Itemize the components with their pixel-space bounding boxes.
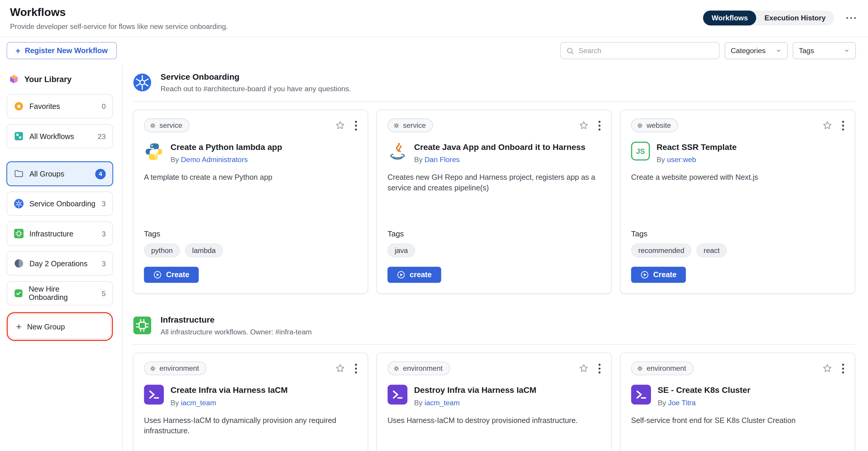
gear-icon — [149, 122, 156, 129]
owner-link[interactable]: iacm_team — [181, 398, 216, 407]
kebab-menu-icon[interactable] — [355, 121, 357, 130]
card-title: React SSR Template — [657, 142, 737, 153]
workflow-card-java-app: service Create Java App and Onboard it t… — [376, 109, 612, 294]
sidebar-item-service-onboarding[interactable]: Service Onboarding 3 — [7, 192, 113, 216]
owner-link[interactable]: Joe Titra — [668, 398, 695, 407]
by-label: By — [414, 155, 423, 163]
kebab-menu-icon[interactable] — [355, 363, 357, 374]
kubernetes-icon — [133, 73, 152, 92]
create-button[interactable]: create — [388, 267, 441, 283]
chevron-down-icon — [776, 47, 782, 54]
search-box — [560, 42, 720, 59]
iacm-logo-icon — [388, 385, 408, 405]
tags-dropdown[interactable]: Tags — [793, 42, 856, 59]
search-input[interactable] — [578, 46, 714, 55]
kebab-menu-icon[interactable] — [598, 121, 601, 130]
kebab-menu-icon[interactable] — [598, 363, 601, 374]
kebab-menu-icon[interactable] — [842, 121, 844, 130]
card-byline: By iacm_team — [170, 398, 288, 407]
sidebar-item-all-groups[interactable]: All Groups 4 — [7, 162, 113, 186]
favorite-star-icon[interactable] — [335, 363, 345, 374]
item-count: 5 — [102, 289, 106, 297]
categories-dropdown[interactable]: Categories — [724, 42, 788, 59]
card-description: Self-service front end for SE K8s Cluste… — [631, 415, 844, 426]
favorite-star-icon[interactable] — [578, 363, 589, 374]
item-count: 0 — [102, 102, 106, 110]
main-content: Service Onboarding Reach out to #archite… — [123, 64, 868, 451]
sidebar-item-label: All Workflows — [29, 132, 74, 140]
owner-link[interactable]: Dan Flores — [425, 155, 460, 163]
card-title: Create a Python lambda app — [170, 142, 282, 153]
category-chip: environment — [144, 361, 206, 375]
kebab-menu-icon[interactable] — [842, 363, 844, 374]
item-count-badge: 4 — [95, 168, 106, 179]
category-chip: service — [388, 118, 433, 132]
chip-label: environment — [159, 364, 199, 373]
card-title: Create Java App and Onboard it to Harnes… — [414, 142, 585, 153]
favorite-star-icon[interactable] — [578, 120, 589, 131]
play-icon — [153, 271, 161, 279]
sidebar: Your Library Favorites 0 All Workflows 2… — [0, 64, 123, 451]
sidebar-item-infrastructure[interactable]: Infrastructure 3 — [7, 221, 113, 246]
chip-label: environment — [647, 364, 686, 373]
tag-chip: lambda — [185, 244, 223, 257]
library-cube-icon — [9, 74, 19, 84]
more-options-icon[interactable] — [845, 13, 857, 22]
categories-label: Categories — [731, 46, 766, 55]
tags-row: java — [388, 244, 601, 257]
chip-label: service — [159, 121, 182, 130]
favorite-star-icon[interactable] — [822, 120, 833, 131]
owner-link[interactable]: Demo Administrators — [181, 155, 248, 163]
new-group-highlight-ring: + New Group — [7, 312, 113, 341]
workflow-card-destroy-infra-iacm: environment Destroy Infra via Harness Ia… — [376, 352, 612, 451]
favorite-star-icon[interactable] — [335, 120, 345, 131]
section-titles: Service Onboarding Reach out to #archite… — [161, 72, 351, 93]
sidebar-item-all-workflows[interactable]: All Workflows 23 — [7, 124, 113, 149]
sidebar-item-new-hire-onboarding[interactable]: New Hire Onboarding 5 — [7, 281, 113, 306]
new-group-button[interactable]: + New Group — [9, 314, 111, 339]
create-button[interactable]: Create — [144, 267, 199, 283]
day2-operations-icon — [14, 259, 24, 268]
category-chip: service — [144, 118, 190, 132]
page-subtitle: Provide developer self-service for flows… — [10, 22, 228, 30]
section-title: Service Onboarding — [161, 72, 351, 82]
tab-execution-history[interactable]: Execution History — [756, 11, 834, 26]
card-title: Create Infra via Harness IaCM — [170, 385, 288, 395]
category-chip: website — [631, 118, 678, 132]
tags-label: Tags — [388, 220, 601, 238]
section-title: Infrastructure — [161, 315, 312, 324]
infrastructure-icon — [133, 316, 152, 335]
card-byline: By Dan Flores — [414, 155, 585, 163]
gear-icon — [393, 122, 400, 129]
register-new-workflow-button[interactable]: + Register New Workflow — [7, 42, 117, 59]
app-header: Workflows Provide developer self-service… — [0, 0, 868, 37]
card-byline: By Joe Titra — [658, 398, 750, 407]
item-count: 3 — [102, 259, 106, 267]
sidebar-item-favorites[interactable]: Favorites 0 — [7, 94, 113, 119]
card-byline: By iacm_team — [414, 398, 536, 407]
header-right: Workflows Execution History — [703, 11, 857, 26]
cards-row: environment Create Infra via Harness IaC… — [133, 352, 855, 451]
by-label: By — [658, 398, 666, 407]
owner-link[interactable]: user:web — [667, 155, 696, 163]
create-button[interactable]: Create — [631, 267, 686, 283]
by-label: By — [414, 398, 423, 407]
play-icon — [640, 271, 649, 279]
owner-link[interactable]: iacm_team — [425, 398, 460, 407]
sidebar-item-label: All Groups — [29, 170, 64, 178]
create-button-label: create — [410, 271, 432, 279]
item-count: 3 — [102, 199, 106, 208]
section-header: Infrastructure All infrastructure workfl… — [133, 308, 855, 344]
sidebar-item-day2-operations[interactable]: Day 2 Operations 3 — [7, 251, 113, 276]
iacm-logo-icon — [144, 385, 164, 405]
card-description: Create a website powered with Next.js — [631, 172, 844, 183]
tags-row: python lambda — [144, 244, 357, 257]
plus-icon: + — [16, 322, 22, 331]
section-divider — [133, 101, 855, 102]
new-group-label: New Group — [27, 322, 65, 330]
card-title: SE - Create K8s Cluster — [658, 385, 750, 395]
favorite-star-icon[interactable] — [822, 363, 833, 374]
by-label: By — [170, 155, 179, 163]
tab-workflows[interactable]: Workflows — [703, 11, 756, 26]
play-icon — [397, 271, 405, 279]
